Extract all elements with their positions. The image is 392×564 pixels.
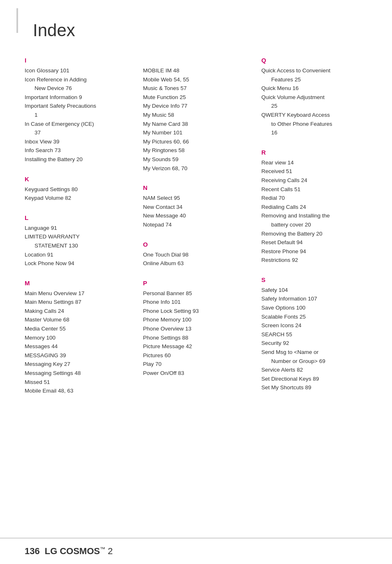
entry-inbox-view: Inbox View 39 — [25, 137, 131, 146]
entry-online-album: Online Album 63 — [143, 259, 249, 268]
entry-removing-battery: Removing the Battery 20 — [261, 229, 367, 238]
entry-language: Language 91 — [25, 224, 131, 233]
entry-reset-default: Reset Default 94 — [261, 238, 367, 247]
entry-main-menu-overview: Main Menu Overview 17 — [25, 289, 131, 298]
entry-my-number: My Number 101 — [143, 128, 249, 137]
entry-phone-info: Phone Info 101 — [143, 298, 249, 307]
section-M: M Main Menu Overview 17 Main Menu Settin… — [25, 280, 131, 395]
section-M-cont: M MOBILE IM 48 Mobile Web 54, 55 Music &… — [143, 57, 249, 173]
entry-restore-phone: Restore Phone 94 — [261, 247, 367, 256]
section-S: S Safety 104 Safety Information 107 Save… — [261, 276, 367, 392]
entry-media-center: Media Center 55 — [25, 324, 131, 333]
entry-my-pictures: My Pictures 60, 66 — [143, 137, 249, 146]
section-letter-P: P — [143, 280, 249, 287]
entry-recent-calls: Recent Calls 51 — [261, 185, 367, 194]
entry-rear-view: Rear view 14 — [261, 158, 367, 167]
entry-my-device-info: My Device Info 77 — [143, 102, 249, 111]
section-letter-S: S — [261, 276, 367, 283]
entry-my-sounds: My Sounds 59 — [143, 155, 249, 164]
entry-picture-message: Picture Message 42 — [143, 342, 249, 351]
column-2: M MOBILE IM 48 Mobile Web 54, 55 Music &… — [143, 57, 249, 407]
footer-page-number: 136 — [25, 546, 40, 557]
entry-service-alerts: Service Alerts 82 — [261, 365, 367, 374]
entry-removing-installing: Removing and Installing thebattery cover… — [261, 211, 367, 229]
entry-qwerty: QWERTY Keyboard Accessto Other Phone Fea… — [261, 111, 367, 137]
entry-personal-banner: Personal Banner 85 — [143, 289, 249, 298]
entry-one-touch-dial: One Touch Dial 98 — [143, 250, 249, 259]
entry-save-options: Save Options 100 — [261, 303, 367, 312]
footer-model: 2 — [108, 546, 113, 556]
entry-mute: Mute Function 25 — [143, 93, 249, 102]
entry-search: SEARCH 55 — [261, 330, 367, 339]
footer-brand: LG COSMOS™ 2 — [45, 546, 113, 557]
entry-music-tones: Music & Tones 57 — [143, 84, 249, 93]
section-letter-M: M — [25, 280, 131, 287]
entry-nam-select: NAM Select 95 — [143, 194, 249, 203]
entry-phone-settings: Phone Settings 88 — [143, 333, 249, 342]
section-letter-I: I — [25, 57, 131, 64]
section-letter-R: R — [261, 149, 367, 156]
entry-keyguard: Keyguard Settings 80 — [25, 185, 131, 194]
entry-quick-menu: Quick Menu 16 — [261, 84, 367, 93]
entry-keypad-volume: Keypad Volume 82 — [25, 194, 131, 203]
section-Q: Q Quick Access to ConvenientFeatures 25 … — [261, 57, 367, 137]
entry-main-menu-settings: Main Menu Settings 87 — [25, 298, 131, 307]
entry-phone-memory: Phone Memory 100 — [143, 315, 249, 324]
section-N: N NAM Select 95 New Contact 34 New Messa… — [143, 184, 249, 229]
entry-mobile-web: Mobile Web 54, 55 — [143, 75, 249, 84]
entry-memory: Memory 100 — [25, 333, 131, 342]
entry-notepad: Notepad 74 — [143, 220, 249, 229]
page-title: Index — [33, 21, 367, 40]
entry-restrictions: Restrictions 92 — [261, 256, 367, 265]
entry-mobile-im: MOBILE IM 48 — [143, 66, 249, 75]
entry-important-info: Important Information 9 — [25, 93, 131, 102]
section-letter-N: N — [143, 184, 249, 191]
entry-icon-glossary: Icon Glossary 101 — [25, 66, 131, 75]
entry-receiving-calls: Receiving Calls 24 — [261, 176, 367, 185]
entry-send-msg: Send Msg to <Name orNumber or Group> 69 — [261, 348, 367, 365]
entry-quick-access: Quick Access to ConvenientFeatures 25 — [261, 66, 367, 84]
entry-set-shortcuts: Set My Shortcuts 89 — [261, 383, 367, 392]
entry-ice: In Case of Emergency (ICE)37 — [25, 120, 131, 137]
section-K: K Keyguard Settings 80 Keypad Volume 82 — [25, 176, 131, 203]
entry-screen-icons: Screen Icons 24 — [261, 321, 367, 330]
footer-trademark: ™ — [100, 546, 105, 552]
entry-my-music: My Music 58 — [143, 111, 249, 120]
entry-my-name-card: My Name Card 38 — [143, 120, 249, 129]
entry-security: Security 92 — [261, 339, 367, 348]
page-container: Index I Icon Glossary 101 Icon Reference… — [0, 0, 392, 564]
entry-scalable-fonts: Scalable Fonts 25 — [261, 312, 367, 321]
footer: 136 LG COSMOS™ 2 — [0, 538, 392, 564]
entry-messaging-settings: Messaging Settings 48 — [25, 369, 131, 378]
section-letter-Q: Q — [261, 57, 367, 64]
entry-lock-phone: Lock Phone Now 94 — [25, 259, 131, 268]
footer-brand-name: LG COSMOS — [45, 546, 100, 556]
section-P: P Personal Banner 85 Phone Info 101 Phon… — [143, 280, 249, 378]
entry-phone-lock: Phone Lock Setting 93 — [143, 307, 249, 316]
section-letter-L: L — [25, 214, 131, 221]
section-R: R Rear view 14 Received 51 Receiving Cal… — [261, 149, 367, 265]
entry-new-message: New Message 40 — [143, 211, 249, 220]
index-grid: I Icon Glossary 101 Icon Reference in Ad… — [25, 57, 367, 407]
column-1: I Icon Glossary 101 Icon Reference in Ad… — [25, 57, 131, 407]
entry-redialing-calls: Redialing Calls 24 — [261, 203, 367, 212]
entry-missed: Missed 51 — [25, 378, 131, 387]
entry-location: Location 91 — [25, 250, 131, 259]
entry-master-volume: Master Volume 68 — [25, 315, 131, 324]
entry-important-safety: Important Safety Precautions1 — [25, 102, 131, 119]
entry-messaging-key: Messaging Key 27 — [25, 360, 131, 369]
entry-set-directional: Set Directional Keys 89 — [261, 374, 367, 384]
entry-mobile-email: Mobile Email 48, 63 — [25, 386, 131, 395]
section-I: I Icon Glossary 101 Icon Reference in Ad… — [25, 57, 131, 164]
entry-play: Play 70 — [143, 360, 249, 369]
entry-redial: Redial 70 — [261, 194, 367, 203]
entry-my-verizon: My Verizon 68, 70 — [143, 164, 249, 173]
entry-messaging: MESSAGING 39 — [25, 351, 131, 360]
section-L: L Language 91 LIMITED WARRANTYSTATEMENT … — [25, 214, 131, 268]
section-letter-K: K — [25, 176, 131, 183]
entry-quick-volume: Quick Volume Adjustment25 — [261, 93, 367, 111]
entry-phone-overview: Phone Overview 13 — [143, 324, 249, 333]
section-O: O One Touch Dial 98 Online Album 63 — [143, 241, 249, 268]
entry-messages: Messages 44 — [25, 342, 131, 351]
section-letter-O: O — [143, 241, 249, 248]
